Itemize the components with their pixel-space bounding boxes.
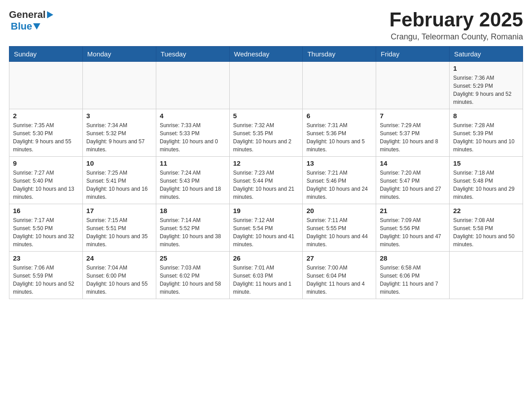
- day-info: Sunrise: 7:12 AMSunset: 5:54 PMDaylight:…: [233, 216, 299, 248]
- calendar-cell: 7Sunrise: 7:29 AMSunset: 5:37 PMDaylight…: [376, 109, 450, 157]
- calendar-cell: 18Sunrise: 7:14 AMSunset: 5:52 PMDayligh…: [156, 204, 229, 252]
- day-number: 26: [233, 254, 299, 262]
- day-info: Sunrise: 6:58 AMSunset: 6:06 PMDaylight:…: [380, 264, 446, 296]
- weekday-header-friday: Friday: [376, 47, 450, 62]
- title-section: February 2025 Crangu, Teleorman County, …: [390, 9, 523, 42]
- weekday-header-sunday: Sunday: [9, 47, 83, 62]
- day-number: 16: [13, 207, 79, 214]
- day-number: 12: [233, 159, 299, 167]
- calendar-cell: 28Sunrise: 6:58 AMSunset: 6:06 PMDayligh…: [376, 252, 450, 299]
- day-info: Sunrise: 7:21 AMSunset: 5:46 PMDaylight:…: [306, 169, 372, 201]
- day-info: Sunrise: 7:11 AMSunset: 5:55 PMDaylight:…: [306, 216, 372, 248]
- calendar-cell: 23Sunrise: 7:06 AMSunset: 5:59 PMDayligh…: [9, 252, 83, 299]
- calendar-cell: 22Sunrise: 7:08 AMSunset: 5:58 PMDayligh…: [450, 204, 523, 252]
- day-info: Sunrise: 7:14 AMSunset: 5:52 PMDaylight:…: [160, 216, 226, 248]
- day-number: 13: [306, 159, 372, 167]
- day-number: 17: [86, 207, 152, 214]
- day-info: Sunrise: 7:36 AMSunset: 5:29 PMDaylight:…: [453, 74, 519, 106]
- calendar-table: SundayMondayTuesdayWednesdayThursdayFrid…: [9, 46, 523, 299]
- day-info: Sunrise: 7:29 AMSunset: 5:37 PMDaylight:…: [380, 121, 446, 154]
- day-number: 4: [160, 112, 226, 120]
- day-number: 8: [453, 112, 519, 120]
- day-number: 23: [13, 254, 79, 262]
- day-number: 7: [380, 112, 446, 120]
- day-number: 25: [160, 254, 226, 262]
- day-info: Sunrise: 7:32 AMSunset: 5:35 PMDaylight:…: [233, 121, 299, 154]
- day-number: 9: [13, 159, 79, 167]
- day-number: 11: [160, 159, 226, 167]
- location-label: Crangu, Teleorman County, Romania: [390, 32, 523, 42]
- calendar-cell: [450, 252, 523, 299]
- calendar-cell: 19Sunrise: 7:12 AMSunset: 5:54 PMDayligh…: [229, 204, 303, 252]
- calendar-cell: [229, 62, 303, 109]
- day-number: 28: [380, 254, 446, 262]
- day-number: 1: [453, 64, 519, 72]
- calendar-week-row: 16Sunrise: 7:17 AMSunset: 5:50 PMDayligh…: [9, 204, 523, 252]
- calendar-cell: 25Sunrise: 7:03 AMSunset: 6:02 PMDayligh…: [156, 252, 229, 299]
- calendar-cell: [376, 62, 450, 109]
- calendar-cell: 1Sunrise: 7:36 AMSunset: 5:29 PMDaylight…: [450, 62, 523, 109]
- logo: General Blue: [9, 9, 53, 32]
- calendar-cell: 12Sunrise: 7:23 AMSunset: 5:44 PMDayligh…: [229, 157, 303, 204]
- weekday-header-tuesday: Tuesday: [156, 47, 229, 62]
- day-number: 21: [380, 207, 446, 214]
- day-info: Sunrise: 7:23 AMSunset: 5:44 PMDaylight:…: [233, 169, 299, 201]
- weekday-header-saturday: Saturday: [450, 47, 523, 62]
- day-info: Sunrise: 7:04 AMSunset: 6:00 PMDaylight:…: [86, 264, 152, 296]
- day-number: 14: [380, 159, 446, 167]
- day-info: Sunrise: 7:28 AMSunset: 5:39 PMDaylight:…: [453, 121, 519, 154]
- calendar-cell: 10Sunrise: 7:25 AMSunset: 5:41 PMDayligh…: [82, 157, 156, 204]
- calendar-cell: 9Sunrise: 7:27 AMSunset: 5:40 PMDaylight…: [9, 157, 83, 204]
- calendar-cell: 24Sunrise: 7:04 AMSunset: 6:00 PMDayligh…: [82, 252, 156, 299]
- calendar-cell: 11Sunrise: 7:24 AMSunset: 5:43 PMDayligh…: [156, 157, 229, 204]
- calendar-cell: 4Sunrise: 7:33 AMSunset: 5:33 PMDaylight…: [156, 109, 229, 157]
- calendar-cell: 13Sunrise: 7:21 AMSunset: 5:46 PMDayligh…: [303, 157, 376, 204]
- weekday-header-thursday: Thursday: [303, 47, 376, 62]
- day-info: Sunrise: 7:33 AMSunset: 5:33 PMDaylight:…: [160, 121, 226, 154]
- month-title: February 2025: [390, 9, 523, 30]
- weekday-header-wednesday: Wednesday: [229, 47, 303, 62]
- calendar-cell: 5Sunrise: 7:32 AMSunset: 5:35 PMDaylight…: [229, 109, 303, 157]
- calendar-cell: 8Sunrise: 7:28 AMSunset: 5:39 PMDaylight…: [450, 109, 523, 157]
- calendar-cell: 15Sunrise: 7:18 AMSunset: 5:48 PMDayligh…: [450, 157, 523, 204]
- logo-general: General: [9, 9, 46, 21]
- day-info: Sunrise: 7:03 AMSunset: 6:02 PMDaylight:…: [160, 264, 226, 296]
- day-number: 6: [306, 112, 372, 120]
- calendar-week-row: 2Sunrise: 7:35 AMSunset: 5:30 PMDaylight…: [9, 109, 523, 157]
- calendar-week-row: 23Sunrise: 7:06 AMSunset: 5:59 PMDayligh…: [9, 252, 523, 299]
- page-header: General Blue February 2025 Crangu, Teleo…: [9, 9, 523, 42]
- day-number: 15: [453, 159, 519, 167]
- day-info: Sunrise: 7:01 AMSunset: 6:03 PMDaylight:…: [233, 264, 299, 296]
- day-info: Sunrise: 7:25 AMSunset: 5:41 PMDaylight:…: [86, 169, 152, 201]
- day-info: Sunrise: 7:34 AMSunset: 5:32 PMDaylight:…: [86, 121, 152, 154]
- day-info: Sunrise: 7:35 AMSunset: 5:30 PMDaylight:…: [13, 121, 79, 154]
- calendar-cell: 16Sunrise: 7:17 AMSunset: 5:50 PMDayligh…: [9, 204, 83, 252]
- day-info: Sunrise: 7:31 AMSunset: 5:36 PMDaylight:…: [306, 121, 372, 154]
- calendar-cell: 21Sunrise: 7:09 AMSunset: 5:56 PMDayligh…: [376, 204, 450, 252]
- calendar-cell: 3Sunrise: 7:34 AMSunset: 5:32 PMDaylight…: [82, 109, 156, 157]
- day-number: 5: [233, 112, 299, 120]
- calendar-cell: [156, 62, 229, 109]
- day-info: Sunrise: 7:00 AMSunset: 6:04 PMDaylight:…: [306, 264, 372, 296]
- day-number: 10: [86, 159, 152, 167]
- day-number: 3: [86, 112, 152, 120]
- day-number: 24: [86, 254, 152, 262]
- calendar-cell: 20Sunrise: 7:11 AMSunset: 5:55 PMDayligh…: [303, 204, 376, 252]
- day-number: 22: [453, 207, 519, 214]
- calendar-week-row: 9Sunrise: 7:27 AMSunset: 5:40 PMDaylight…: [9, 157, 523, 204]
- logo-triangle-icon: [33, 23, 40, 30]
- calendar-header-row: SundayMondayTuesdayWednesdayThursdayFrid…: [9, 47, 523, 62]
- day-info: Sunrise: 7:15 AMSunset: 5:51 PMDaylight:…: [86, 216, 152, 248]
- calendar-cell: 14Sunrise: 7:20 AMSunset: 5:47 PMDayligh…: [376, 157, 450, 204]
- calendar-cell: [303, 62, 376, 109]
- calendar-cell: 6Sunrise: 7:31 AMSunset: 5:36 PMDaylight…: [303, 109, 376, 157]
- day-info: Sunrise: 7:24 AMSunset: 5:43 PMDaylight:…: [160, 169, 226, 201]
- calendar-cell: 17Sunrise: 7:15 AMSunset: 5:51 PMDayligh…: [82, 204, 156, 252]
- day-info: Sunrise: 7:08 AMSunset: 5:58 PMDaylight:…: [453, 216, 519, 248]
- day-number: 19: [233, 207, 299, 214]
- day-info: Sunrise: 7:06 AMSunset: 5:59 PMDaylight:…: [13, 264, 79, 296]
- day-info: Sunrise: 7:09 AMSunset: 5:56 PMDaylight:…: [380, 216, 446, 248]
- day-info: Sunrise: 7:27 AMSunset: 5:40 PMDaylight:…: [13, 169, 79, 201]
- day-number: 27: [306, 254, 372, 262]
- calendar-cell: [82, 62, 156, 109]
